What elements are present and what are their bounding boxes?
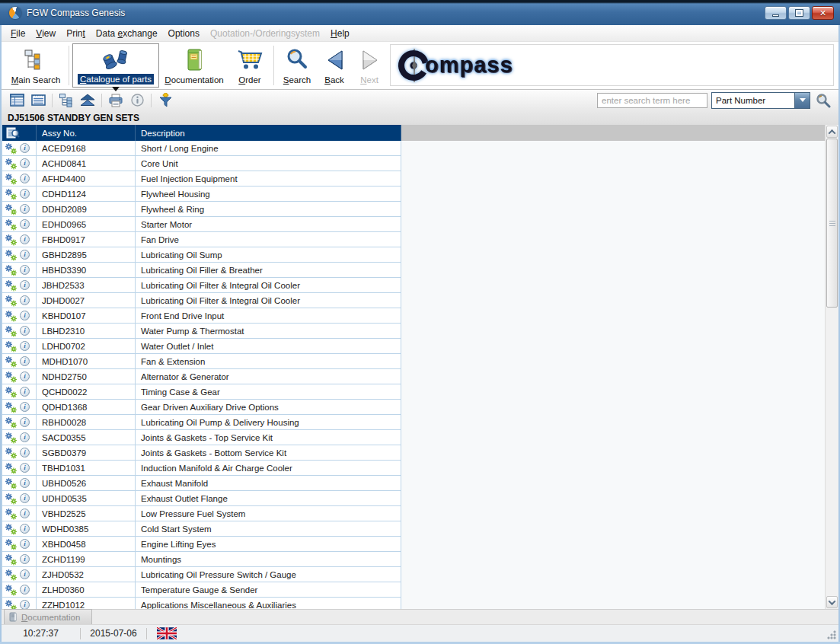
description-cell[interactable]: Flywheel Housing	[136, 187, 401, 201]
filter-icon[interactable]	[156, 92, 174, 109]
description-cell[interactable]: Joints & Gaskets - Bottom Service Kit	[136, 445, 401, 460]
description-cell[interactable]: Lubricating Oil Filter & Integral Oil Co…	[136, 278, 401, 292]
assy-no-cell[interactable]: CDHD1124	[37, 187, 136, 201]
info-icon[interactable]: i	[20, 158, 30, 168]
menu-data-exchange[interactable]: Data exchange	[96, 28, 158, 39]
info-icon[interactable]: i	[20, 280, 30, 290]
search-type-dropdown[interactable]: Part Number	[711, 92, 810, 109]
info-icon[interactable]: i	[20, 585, 30, 595]
info-icon[interactable]: i	[20, 524, 30, 534]
parts-gears-icon[interactable]	[5, 447, 18, 459]
info-icon[interactable]: i	[20, 371, 30, 381]
table-row[interactable]: i VBHD2525 Low Pressure Fuel System	[2, 506, 401, 521]
description-cell[interactable]: Fan Drive	[136, 232, 401, 247]
parts-gears-icon[interactable]	[5, 416, 18, 429]
parts-gears-icon[interactable]	[5, 401, 18, 413]
table-row[interactable]: i ZJHD0532 Lubricating Oil Pressure Swit…	[2, 567, 401, 582]
info-icon[interactable]: i	[20, 326, 30, 336]
table-row[interactable]: i XBHD0458 Engine Lifting Eyes	[2, 537, 401, 552]
table-row[interactable]: i SGBD0379 Joints & Gaskets - Bottom Ser…	[2, 445, 401, 461]
table-row[interactable]: i SACD0355 Joints & Gaskets - Top Servic…	[2, 430, 401, 445]
description-cell[interactable]: Joints & Gaskets - Top Service Kit	[136, 430, 401, 445]
description-cell[interactable]: Alternator & Generator	[136, 369, 401, 384]
info-icon[interactable]: i	[20, 311, 30, 320]
column-header-description[interactable]: Description	[136, 125, 401, 141]
table-row[interactable]: i ZCHD1199 Mountings	[2, 552, 401, 567]
menu-view[interactable]: View	[36, 28, 56, 39]
assy-no-cell[interactable]: RBHD0028	[37, 415, 136, 429]
parts-gears-icon[interactable]	[5, 599, 18, 610]
view-report-icon[interactable]	[8, 92, 26, 109]
parts-gears-icon[interactable]	[5, 538, 18, 550]
table-row[interactable]: i ACHD0841 Core Unit	[2, 156, 401, 171]
vertical-scrollbar[interactable]	[825, 125, 838, 609]
parts-gears-icon[interactable]	[5, 158, 18, 170]
description-cell[interactable]: Exhaust Manifold	[136, 476, 401, 490]
description-cell[interactable]: Front End Drive Input	[136, 308, 401, 323]
assy-no-cell[interactable]: LBHD2310	[37, 324, 136, 338]
assy-no-cell[interactable]: UBHD0526	[37, 476, 136, 490]
order-button[interactable]: Order	[229, 43, 270, 88]
assy-no-cell[interactable]: DDHD2089	[37, 202, 136, 216]
info-icon[interactable]: i	[20, 250, 30, 260]
description-cell[interactable]: Lubricating Oil Filter & Integral Oil Co…	[136, 293, 401, 308]
scroll-up-button[interactable]	[826, 126, 838, 138]
description-cell[interactable]: Fan & Extension	[136, 354, 401, 368]
menu-print[interactable]: Print	[66, 28, 85, 39]
assy-no-cell[interactable]: ZZHD1012	[37, 598, 136, 609]
parts-gears-icon[interactable]	[5, 523, 18, 535]
assy-no-cell[interactable]: HBHD3390	[37, 263, 136, 277]
assy-no-cell[interactable]: QDHD1368	[37, 400, 136, 414]
description-cell[interactable]: Lubricating Oil Sump	[136, 247, 401, 262]
description-cell[interactable]: Timing Case & Gear	[136, 384, 401, 399]
table-row[interactable]: i HBHD3390 Lubricating Oil Filler & Brea…	[2, 263, 401, 278]
parts-gears-icon[interactable]	[5, 173, 18, 185]
table-row[interactable]: i LDHD0702 Water Outlet / Inlet	[2, 339, 401, 354]
parts-gears-icon[interactable]	[5, 386, 18, 398]
description-cell[interactable]: Water Pump & Thermostat	[136, 324, 401, 338]
table-row[interactable]: i ZLHD0360 Temperature Gauge & Sender	[2, 582, 401, 598]
description-cell[interactable]: Fuel Injection Equipment	[136, 171, 401, 186]
assy-no-cell[interactable]: QCHD0022	[37, 384, 136, 399]
menu-options[interactable]: Options	[168, 28, 200, 39]
assy-no-cell[interactable]: ZJHD0532	[37, 567, 136, 582]
info-icon[interactable]: i	[20, 509, 30, 518]
parts-gears-icon[interactable]	[5, 569, 18, 581]
parts-gears-icon[interactable]	[5, 508, 18, 520]
description-cell[interactable]: Lubricating Oil Pump & Delivery Housing	[136, 415, 401, 429]
parts-gears-icon[interactable]	[5, 295, 18, 307]
parts-gears-icon[interactable]	[5, 310, 18, 322]
table-row[interactable]: i JDHD0027 Lubricating Oil Filter & Inte…	[2, 293, 401, 308]
assy-no-cell[interactable]: AFHD4400	[37, 171, 136, 186]
assy-no-cell[interactable]: SGBD0379	[37, 445, 136, 460]
table-row[interactable]: i TBHD1031 Induction Manifold & Air Char…	[2, 461, 401, 476]
assy-no-cell[interactable]: ACHD0841	[37, 156, 136, 171]
back-button[interactable]: Back	[317, 43, 352, 88]
menu-help[interactable]: Help	[331, 28, 350, 39]
close-button[interactable]: ✕	[812, 6, 834, 20]
table-row[interactable]: i ZZHD1012 Applications Miscellaneous & …	[2, 598, 401, 609]
info-icon[interactable]: i	[20, 539, 30, 549]
description-cell[interactable]: Temperature Gauge & Sender	[136, 582, 401, 597]
description-cell[interactable]: Water Outlet / Inlet	[136, 339, 401, 353]
parts-gears-icon[interactable]	[5, 493, 18, 505]
documentation-button[interactable]: Documentation	[159, 43, 229, 88]
info-icon[interactable]: i	[20, 387, 30, 397]
description-cell[interactable]: Applications Miscellaneous & Auxiliaries	[136, 598, 401, 609]
assy-no-cell[interactable]: ZCHD1199	[37, 552, 136, 566]
table-row[interactable]: i FBHD0917 Fan Drive	[2, 232, 401, 247]
assy-no-cell[interactable]: JBHD2533	[37, 278, 136, 292]
info-icon[interactable]: i	[20, 463, 30, 473]
description-cell[interactable]: Flywheel & Ring	[136, 202, 401, 216]
scrollbar-thumb[interactable]	[826, 139, 838, 308]
description-cell[interactable]: Engine Lifting Eyes	[136, 537, 401, 551]
parts-gears-icon[interactable]	[5, 218, 18, 231]
description-cell[interactable]: Short / Long Engine	[136, 141, 401, 155]
info-icon[interactable]: i	[20, 402, 30, 412]
table-row[interactable]: i CDHD1124 Flywheel Housing	[2, 187, 401, 202]
execute-search-icon[interactable]	[814, 92, 832, 109]
table-row[interactable]: i QDHD1368 Gear Driven Auxiliary Drive O…	[2, 400, 401, 415]
info-icon[interactable]: i	[20, 600, 30, 609]
info-icon[interactable]: i	[20, 174, 30, 183]
info-icon[interactable]: i	[20, 265, 30, 275]
